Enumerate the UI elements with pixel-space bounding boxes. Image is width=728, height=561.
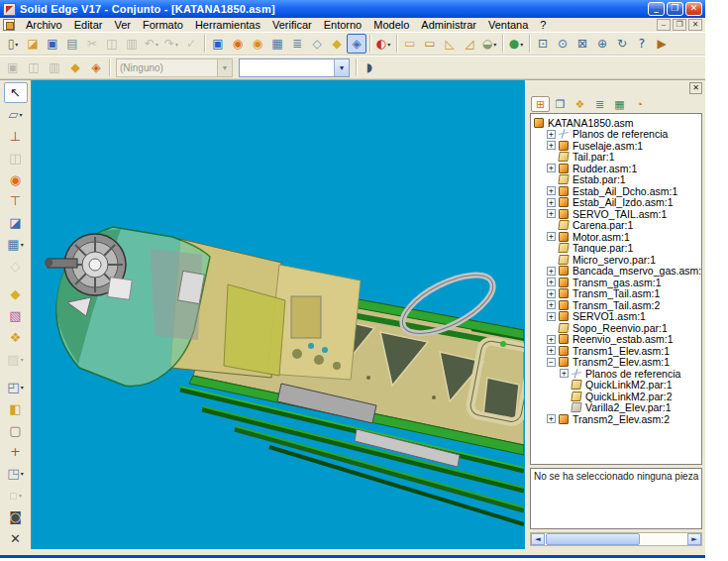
tab-animation[interactable]: ◔	[630, 96, 649, 112]
document-icon[interactable]	[3, 19, 15, 31]
tree-item[interactable]: Carena.par:1	[534, 220, 701, 232]
select-set-button[interactable]: ▢	[4, 420, 28, 441]
close-button[interactable]: ✕	[685, 2, 702, 16]
render-scene-button[interactable]: ●▾	[506, 34, 526, 54]
open-document-button[interactable]: ◪	[23, 34, 43, 54]
expand-icon[interactable]: +	[547, 209, 556, 218]
tree-item[interactable]: +Transm1_Elev.asm:1	[534, 345, 701, 357]
tree-item[interactable]: −Transm2_Elev.asm:1	[534, 357, 701, 369]
measure-angle-button[interactable]: ◺	[440, 34, 460, 54]
rotate-view-button[interactable]: ↻	[612, 34, 632, 54]
menu-ver[interactable]: Ver	[108, 19, 137, 31]
reference-plane-button[interactable]: ◪	[4, 212, 28, 233]
save-button[interactable]: ▣	[43, 34, 62, 54]
tree-item[interactable]: +Planos de referencia	[534, 368, 701, 380]
menu-[interactable]: ?	[534, 19, 552, 31]
hide-component-button[interactable]: ◇	[307, 34, 327, 54]
scrollbar-thumb[interactable]	[546, 533, 640, 545]
view-orientation-globe-button[interactable]: ◐▾	[373, 34, 393, 54]
move-component-button[interactable]: +	[4, 442, 28, 463]
activate-dropdown[interactable]: ▼	[239, 58, 350, 77]
activate-part-button[interactable]: ◆	[65, 57, 85, 77]
go-to-button[interactable]: ◗	[360, 57, 379, 77]
display-configurations-button[interactable]: ◳▾	[4, 463, 28, 484]
menu-formato[interactable]: Formato	[137, 19, 189, 31]
zoom-button[interactable]: ⊙	[553, 34, 572, 54]
measure-minimum-distance-button[interactable]: ▭	[420, 34, 440, 54]
new-document-button[interactable]: ▯▾	[3, 34, 23, 54]
capture-fit-button[interactable]: ◙	[4, 506, 28, 527]
ground-component-button[interactable]: ⊤	[4, 191, 28, 212]
pan-button[interactable]: ⊕	[592, 34, 612, 54]
expand-icon[interactable]: +	[547, 414, 556, 423]
tree-item[interactable]: Sopo_Reenvio.par:1	[534, 322, 701, 334]
whats-this-help-button[interactable]: ?	[632, 34, 652, 54]
expand-icon[interactable]: +	[547, 278, 556, 286]
child-restore-button[interactable]: ❐	[673, 19, 686, 31]
menu-modelo[interactable]: Modelo	[367, 19, 415, 31]
panel-close-button[interactable]: ✕	[689, 82, 702, 94]
insert-part-button[interactable]: ◉	[4, 169, 28, 190]
pattern-components-button[interactable]: ▦▾	[4, 234, 28, 255]
tree-item[interactable]: Tail.par:1	[534, 152, 701, 164]
tab-alternate-assemblies[interactable]: ❖	[571, 96, 589, 112]
expand-icon[interactable]: +	[547, 186, 556, 195]
measure-area-button[interactable]: ◿	[460, 34, 479, 54]
assemble-button[interactable]: ⊥	[4, 126, 28, 147]
tree-item[interactable]: +Rudder.asm:1	[534, 163, 701, 174]
print-button[interactable]: ▤	[62, 34, 82, 54]
tab-sensors[interactable]: ▦	[610, 96, 629, 112]
restore-button[interactable]: ❐	[667, 2, 683, 16]
tab-parts-library[interactable]: ❐	[551, 96, 570, 112]
common-views-button[interactable]: ▶	[652, 34, 672, 54]
expand-icon[interactable]: +	[547, 289, 556, 298]
select-tool-button[interactable]: ↖	[4, 82, 28, 103]
tree-item[interactable]: +Planos de referencia	[534, 129, 701, 141]
tree-item[interactable]: Estab.par:1	[534, 174, 701, 186]
tree-item[interactable]: +Reenvio_estab.asm:1	[534, 334, 701, 346]
tree-item[interactable]: Varilla2_Elev.par:1	[534, 402, 701, 414]
select-window-button[interactable]: ▣	[208, 34, 228, 54]
expand-icon[interactable]: +	[547, 141, 556, 150]
tree-item[interactable]: QuickLinkM2.par:2	[534, 391, 701, 402]
menu-ventana[interactable]: Ventana	[482, 19, 534, 31]
tree-item[interactable]: +Bancada_mservo_gas.asm:1	[534, 266, 701, 278]
minimize-button[interactable]: _	[648, 2, 665, 16]
menu-herramientas[interactable]: Herramientas	[189, 19, 266, 31]
tree-item[interactable]: +SERVO_TAIL.asm:1	[534, 208, 701, 220]
insert-component-wizard-button[interactable]: ◉	[248, 34, 267, 54]
expand-icon[interactable]: +	[560, 369, 569, 378]
tree-item[interactable]: +Transm_Tail.asm:2	[534, 299, 701, 311]
menu-entorno[interactable]: Entorno	[318, 19, 368, 31]
simplified-parts-button[interactable]: ❖	[4, 327, 28, 348]
child-minimize-button[interactable]: –	[657, 19, 671, 31]
scroll-right-button[interactable]: ►	[687, 533, 701, 545]
tree-item[interactable]: QuickLinkM2.par:1	[534, 380, 701, 392]
insert-component-button[interactable]: ◉	[228, 34, 248, 54]
expand-icon[interactable]: +	[547, 164, 556, 172]
scrollbar-track[interactable]	[545, 533, 687, 545]
chevron-down-icon[interactable]: ▼	[334, 59, 349, 76]
zoom-area-button[interactable]: ⊡	[533, 34, 553, 54]
tree-item[interactable]: +Estab_Ail_Dcho.asm:1	[534, 185, 701, 197]
expand-icon[interactable]: +	[547, 267, 556, 276]
tree-item[interactable]: +Transm_gas.asm:1	[534, 277, 701, 288]
expand-icon[interactable]: +	[547, 312, 556, 321]
expand-icon[interactable]: +	[547, 335, 556, 344]
tree-item[interactable]: Micro_servo.par:1	[534, 254, 701, 266]
expand-icon[interactable]: +	[547, 130, 556, 139]
child-close-button[interactable]: ✕	[688, 19, 702, 31]
part-painter-button[interactable]: ◆	[4, 283, 28, 304]
menu-verificar[interactable]: Verificar	[266, 19, 318, 31]
tab-layers[interactable]: ≣	[590, 96, 609, 112]
expand-icon[interactable]: +	[547, 346, 556, 355]
horizontal-scrollbar[interactable]: ◄ ►	[530, 532, 702, 546]
expand-icon[interactable]: +	[547, 232, 556, 241]
part-painter-button[interactable]: ◆	[327, 34, 347, 54]
tree-item[interactable]: Tanque.par:1	[534, 243, 701, 255]
menu-administrar[interactable]: Administrar	[415, 19, 482, 31]
menu-editar[interactable]: Editar	[68, 19, 109, 31]
tree-item[interactable]: +Motor.asm:1	[534, 231, 701, 243]
fit-button[interactable]: ⊠	[572, 34, 592, 54]
assembly-structure-button[interactable]: ≣	[287, 34, 307, 54]
